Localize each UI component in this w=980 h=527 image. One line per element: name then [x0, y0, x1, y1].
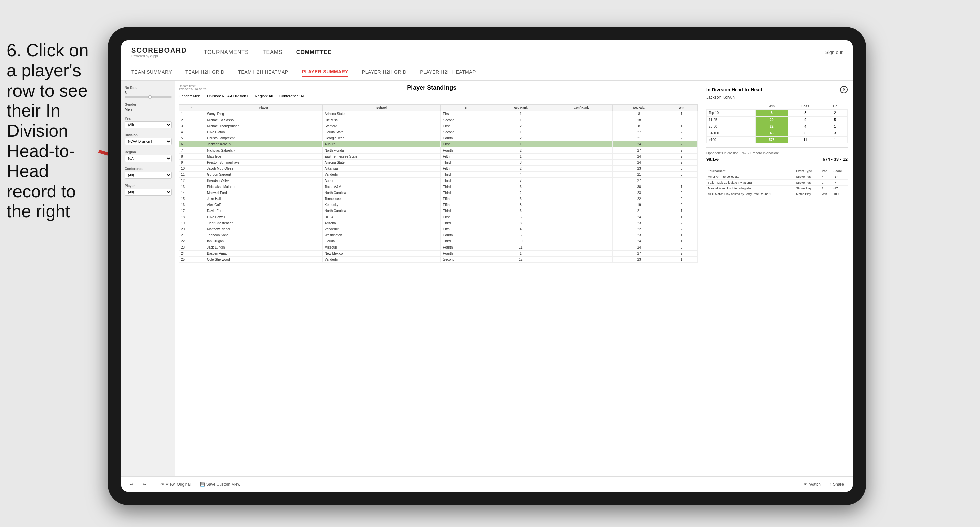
logo-title: SCOREBOARD — [131, 46, 187, 54]
region-select[interactable]: N/A — [125, 155, 172, 162]
col-school: School — [322, 105, 441, 111]
nav-committee[interactable]: COMMITTEE — [296, 48, 332, 57]
table-row[interactable]: 22 Ian Gilligan Florida Third 10 24 1 — [179, 238, 698, 244]
table-row[interactable]: 19 Tiger Christensen Arizona Third 8 23 … — [179, 220, 698, 226]
table-row[interactable]: 17 David Ford North Carolina Third 6 21 … — [179, 208, 698, 214]
table-row[interactable]: 5 Christo Lamprecht Georgia Tech Fourth … — [179, 135, 698, 141]
sidebar-conference: Conference (All) — [125, 167, 172, 179]
table-row[interactable]: 12 Brendan Valles Auburn Third 7 27 0 — [179, 178, 698, 184]
h2h-rank-row: 11-25 20 9 5 — [707, 116, 848, 123]
h2h-rank-row: >100 578 11 1 — [707, 137, 848, 143]
table-row[interactable]: 15 Jake Hall Tennessee Fifth 3 22 0 — [179, 196, 698, 202]
table-row[interactable]: 2 Michael La Sasso Ole Miss Second 1 18 … — [179, 117, 698, 123]
h2h-col-loss: Loss — [788, 103, 823, 110]
tournaments-header-row: Tournament Event Type Pos Score — [706, 168, 848, 174]
logo-subtitle: Powered by clippi — [131, 54, 187, 58]
no-rds-label: No Rds. — [125, 86, 172, 90]
player-label: Player — [125, 184, 172, 187]
h2h-rank-row: 26-50 22 4 1 — [707, 123, 848, 130]
h2h-header: In Division Head-to-Head ✕ — [706, 86, 848, 93]
undo-button[interactable]: ↩ — [128, 481, 135, 487]
gender-value: Men — [125, 108, 172, 111]
redo-button[interactable]: ↪ — [140, 481, 148, 487]
save-custom-button[interactable]: 💾 Save Custom View — [198, 481, 242, 487]
subnav-player-h2h-heatmap[interactable]: PLAYER H2H HEATMAP — [420, 68, 476, 76]
sidebar-region: Region N/A — [125, 150, 172, 162]
tablet-frame: SCOREBOARD Powered by clippi TOURNAMENTS… — [108, 27, 866, 505]
instruction-text: 6. Click on a player's row to see their … — [0, 34, 98, 228]
table-row[interactable]: 9 Preston Summerhays Arizona State Third… — [179, 160, 698, 166]
table-row[interactable]: 10 Jacob Mou-Olesen Arkansas Fifth 2 23 … — [179, 166, 698, 172]
h2h-col-win: Win — [755, 103, 788, 110]
h2h-title: In Division Head-to-Head — [706, 87, 762, 92]
share-button[interactable]: ↑ Share — [828, 481, 846, 487]
table-row[interactable]: 11 Gordon Sargent Vanderbilt Third 4 21 … — [179, 172, 698, 178]
gender-label: Gender — [125, 103, 172, 106]
table-row[interactable]: 23 Jack Lundin Missouri Fourth 11 24 0 — [179, 244, 698, 251]
nav-teams[interactable]: TEAMS — [262, 48, 283, 57]
h2h-rank-table: Win Loss Tie Top 10 8 3 2 11-25 20 9 5 2… — [706, 103, 848, 143]
table-row[interactable]: 7 Nicholas Gabrelcik North Florida Fourt… — [179, 148, 698, 154]
h2h-close-button[interactable]: ✕ — [840, 86, 848, 93]
subnav-team-h2h-grid[interactable]: TEAM H2H GRID — [185, 68, 224, 76]
conference-select[interactable]: (All) — [125, 172, 172, 179]
update-time-area: Update time: 27/03/2024 16:56:26 — [178, 84, 207, 91]
sidebar-no-rds: No Rds. 6 — [125, 86, 172, 98]
nav-tournaments[interactable]: TOURNAMENTS — [204, 48, 249, 57]
table-row[interactable]: 3 Michael Thorbjornsen Stanford First 2 … — [179, 123, 698, 129]
table-row[interactable]: 13 Phichaksn Maichon Texas A&M Third 6 3… — [179, 184, 698, 190]
table-row[interactable]: 24 Bastien Amat New Mexico Fourth 1 27 2 — [179, 251, 698, 257]
h2h-table-header: Win Loss Tie — [707, 103, 848, 110]
col-reg-rank: Reg Rank — [492, 105, 550, 111]
sidebar-division: Division NCAA Division I — [125, 133, 172, 145]
toolbar-sep-1 — [153, 481, 153, 487]
col-no-rds: No. Rds. — [612, 105, 666, 111]
year-select[interactable]: (All) — [125, 121, 172, 128]
table-row[interactable]: 16 Alex Goff Kentucky Fifth 8 19 0 — [179, 202, 698, 208]
table-row[interactable]: 1 Wenyi Ding Arizona State First 1 8 1 — [179, 111, 698, 117]
gender-filter: Gender: Men — [178, 94, 200, 98]
table-row[interactable]: 25 Cole Sherwood Vanderbilt Second 12 23… — [179, 257, 698, 263]
table-row[interactable]: 20 Matthew Riedel Vanderbilt Fifth 4 22 … — [179, 226, 698, 232]
standings-title: Player Standings — [207, 84, 657, 91]
table-row[interactable]: 4 Luke Claton Florida State Second 1 27 … — [179, 129, 698, 135]
top-nav: SCOREBOARD Powered by clippi TOURNAMENTS… — [121, 40, 853, 64]
sidebar-year: Year (All) — [125, 116, 172, 128]
update-time-label: Update time: — [178, 84, 207, 87]
col-conf-rank: Conf Rank — [550, 105, 612, 111]
logo-area: SCOREBOARD Powered by clippi — [131, 46, 187, 58]
filter-row: Gender: Men Division: NCAA Division I Re… — [178, 94, 698, 101]
division-select[interactable]: NCAA Division I — [125, 138, 172, 145]
tournament-row: Fallen Oak Collegiate Invitational Strok… — [706, 180, 848, 186]
h2h-wlt-record: 674 - 33 - 12 — [822, 157, 848, 162]
division-label: Division — [125, 133, 172, 137]
h2h-col-rank — [707, 103, 756, 110]
table-row[interactable]: 18 Luke Powell UCLA First 6 24 1 — [179, 214, 698, 220]
opponents-label: Opponents in division: W-L-T record in-d… — [706, 151, 848, 155]
h2h-divider — [706, 148, 848, 148]
subnav-player-summary[interactable]: PLAYER SUMMARY — [302, 67, 348, 77]
watch-button[interactable]: 👁 Watch — [802, 481, 822, 487]
subnav-team-summary[interactable]: TEAM SUMMARY — [131, 68, 172, 76]
subnav-player-h2h-grid[interactable]: PLAYER H2H GRID — [362, 68, 407, 76]
table-row[interactable]: 8 Mats Ege East Tennessee State Fifth 1 … — [179, 154, 698, 160]
col-score: Score — [832, 168, 848, 174]
standings-header: Update time: 27/03/2024 16:56:26 Player … — [178, 84, 698, 91]
h2h-panel: In Division Head-to-Head ✕ Jackson Koivu… — [701, 81, 853, 476]
conference-filter: Conference: All — [279, 94, 305, 98]
subnav-team-h2h-heatmap[interactable]: TEAM H2H HEATMAP — [238, 68, 288, 76]
table-row[interactable]: 6 Jackson Koivun Auburn First 1 24 2 — [179, 141, 698, 148]
h2h-pct: 98.1% — [706, 157, 719, 162]
col-num: # — [179, 105, 205, 111]
tournaments-table: Tournament Event Type Pos Score Amer Ari… — [706, 168, 848, 197]
view-original-button[interactable]: 👁 View: Original — [158, 481, 193, 487]
col-pos: Pos — [820, 168, 832, 174]
no-rds-slider[interactable] — [125, 96, 172, 98]
table-row[interactable]: 14 Maxwell Ford North Carolina Third 2 2… — [179, 190, 698, 196]
table-header-row: # Player School Yr Reg Rank Conf Rank No… — [179, 105, 698, 111]
player-select[interactable]: (All) — [125, 189, 172, 196]
table-row[interactable]: 21 Taehoon Song Washington Fourth 6 23 1 — [179, 232, 698, 238]
sidebar-player: Player (All) — [125, 184, 172, 196]
nav-items: TOURNAMENTS TEAMS COMMITTEE — [204, 48, 825, 57]
sign-out-button[interactable]: Sign out — [825, 49, 843, 55]
